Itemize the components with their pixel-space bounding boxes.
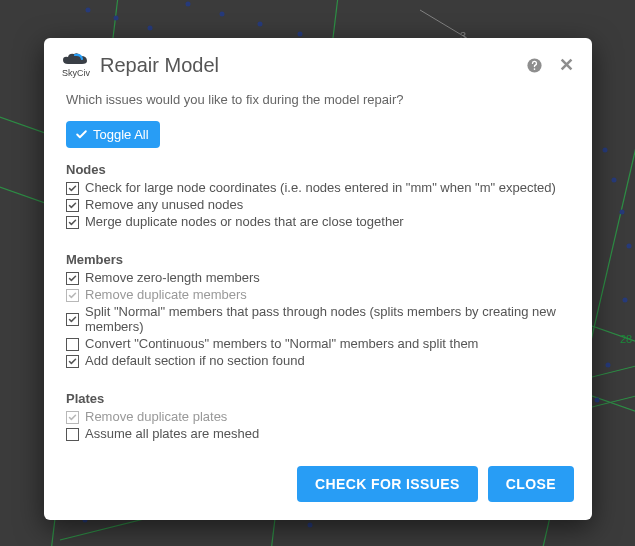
option-label: Remove any unused nodes [85,197,243,212]
option-row: Merge duplicate nodes or nodes that are … [66,213,570,230]
option-row: Remove duplicate members [66,286,570,303]
intro-text: Which issues would you like to fix durin… [66,92,570,107]
cloud-icon [62,52,90,68]
svg-point-9 [148,26,153,31]
option-row: Convert "Continuous" members to "Normal"… [66,335,570,352]
svg-point-11 [220,12,225,17]
dialog-header: SkyCiv Repair Model ✕ [44,38,592,86]
option-row: Assume all plates are meshed [66,425,570,442]
svg-point-24 [308,523,313,528]
svg-point-18 [623,298,628,303]
svg-point-17 [627,244,632,249]
svg-point-15 [612,178,617,183]
option-label: Add default section if no section found [85,353,305,368]
option-row: Remove duplicate plates [66,408,570,425]
check-icon [75,128,88,141]
dialog-title: Repair Model [100,54,526,77]
option-label: Remove zero-length members [85,270,260,285]
option-row: Remove zero-length members [66,269,570,286]
svg-point-13 [298,32,303,37]
checkbox [66,411,79,424]
option-label: Merge duplicate nodes or nodes that are … [85,214,404,229]
checkbox[interactable] [66,216,79,229]
checkbox[interactable] [66,272,79,285]
checkbox [66,289,79,302]
option-row: Add default section if no section found [66,352,570,369]
repair-model-dialog: SkyCiv Repair Model ✕ Which issues would… [44,38,592,520]
svg-point-29 [534,68,536,70]
option-row: Check for large node coordinates (i.e. n… [66,179,570,196]
toggle-all-label: Toggle All [93,127,149,142]
checkbox[interactable] [66,313,79,326]
section-nodes: Check for large node coordinates (i.e. n… [66,179,570,230]
svg-point-19 [606,363,611,368]
checkbox[interactable] [66,355,79,368]
svg-point-20 [595,398,600,403]
node-label: 28 [620,333,632,345]
section-members-title: Members [66,252,570,267]
close-button[interactable]: CLOSE [488,466,574,502]
help-icon[interactable] [526,57,543,74]
section-plates-title: Plates [66,391,570,406]
checkbox[interactable] [66,428,79,441]
svg-point-16 [620,210,625,215]
svg-point-10 [186,2,191,7]
checkbox[interactable] [66,338,79,351]
svg-point-8 [114,16,119,21]
checkbox[interactable] [66,182,79,195]
close-icon[interactable]: ✕ [559,56,574,74]
section-plates: Remove duplicate platesAssume all plates… [66,408,570,442]
svg-point-7 [86,8,91,13]
dialog-footer: CHECK FOR ISSUES CLOSE [44,456,592,520]
checkbox[interactable] [66,199,79,212]
option-label: Check for large node coordinates (i.e. n… [85,180,556,195]
svg-point-12 [258,22,263,27]
brand-logo: SkyCiv [62,52,90,78]
toggle-all-button[interactable]: Toggle All [66,121,160,148]
section-nodes-title: Nodes [66,162,570,177]
option-label: Split "Normal" members that pass through… [85,304,570,334]
brand-name: SkyCiv [62,69,90,78]
option-row: Split "Normal" members that pass through… [66,303,570,335]
option-label: Assume all plates are meshed [85,426,259,441]
check-for-issues-button[interactable]: CHECK FOR ISSUES [297,466,478,502]
option-label: Remove duplicate plates [85,409,227,424]
option-label: Remove duplicate members [85,287,247,302]
option-label: Convert "Continuous" members to "Normal"… [85,336,478,351]
section-members: Remove zero-length membersRemove duplica… [66,269,570,369]
option-row: Remove any unused nodes [66,196,570,213]
svg-point-14 [603,148,608,153]
dialog-body: Which issues would you like to fix durin… [44,86,592,456]
